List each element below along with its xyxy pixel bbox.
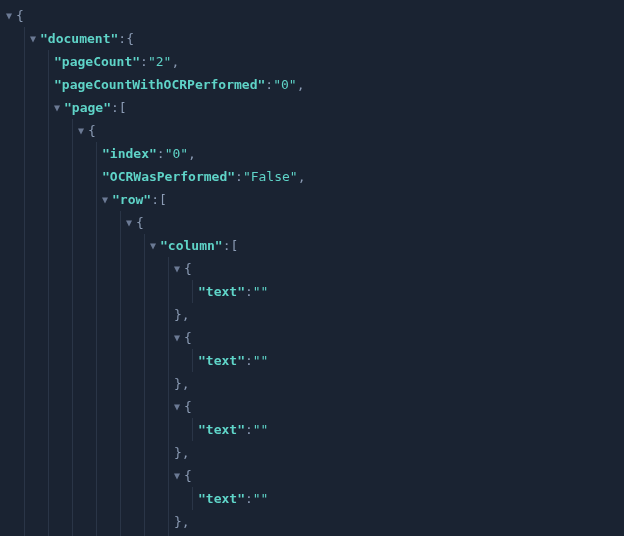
indent-guides [0, 418, 216, 441]
json-punct: : [245, 280, 253, 303]
indent-guides [0, 326, 192, 349]
json-value: "" [253, 487, 269, 510]
indent-guides [0, 257, 192, 280]
tree-row: ▼"document": { [0, 27, 624, 50]
tree-row: ▼"row": [ [0, 188, 624, 211]
json-punct: : [118, 27, 126, 50]
json-value: "" [253, 418, 269, 441]
indent-guides [0, 510, 192, 533]
json-punct: : [265, 73, 273, 96]
json-punct: : [151, 188, 159, 211]
indent-guides [0, 142, 120, 165]
tree-row: }, [0, 441, 624, 464]
indent-guides [0, 441, 192, 464]
json-punct: : [245, 487, 253, 510]
json-brace: [ [230, 234, 238, 257]
json-key: "document" [40, 27, 118, 50]
tree-row: ▼{ [0, 211, 624, 234]
tree-row: ▼{ [0, 326, 624, 349]
tree-row: "pageCountWithOCRPerformed": "0", [0, 73, 624, 96]
json-punct: : [157, 142, 165, 165]
tree-row: ▼{ [0, 257, 624, 280]
json-brace: { [126, 27, 134, 50]
indent-guides [0, 372, 192, 395]
tree-row: ▼{ [0, 4, 624, 27]
json-value: "" [253, 349, 269, 372]
json-key: "pageCountWithOCRPerformed" [54, 73, 265, 96]
json-punct: , [298, 165, 306, 188]
tree-row: }, [0, 372, 624, 395]
tree-row: ▼{ [0, 464, 624, 487]
indent-guides [0, 211, 144, 234]
json-brace: [ [119, 96, 127, 119]
indent-guides [0, 73, 72, 96]
tree-row: "index": "0", [0, 142, 624, 165]
indent-guides [0, 188, 120, 211]
tree-row: }, [0, 510, 624, 533]
json-punct: : [140, 50, 148, 73]
indent-guides [0, 119, 96, 142]
json-value: "0" [273, 73, 296, 96]
indent-guides [0, 395, 192, 418]
indent-guides [0, 303, 192, 326]
tree-row: }, [0, 303, 624, 326]
json-key: "column" [160, 234, 223, 257]
indent-guides [0, 464, 192, 487]
indent-guides [0, 27, 48, 50]
tree-row: "text": "" [0, 487, 624, 510]
indent-guides [0, 96, 72, 119]
json-brace: [ [159, 188, 167, 211]
json-punct: : [235, 165, 243, 188]
tree-row: "pageCount": "2", [0, 50, 624, 73]
tree-row: ▼"column": [ [0, 234, 624, 257]
tree-row: "text": "" [0, 349, 624, 372]
tree-row: ▼{ [0, 395, 624, 418]
json-tree-viewer: ▼{▼"document": {"pageCount": "2","pageCo… [0, 4, 624, 536]
tree-row: ▼"page": [ [0, 96, 624, 119]
json-punct: : [223, 234, 231, 257]
json-punct: : [245, 349, 253, 372]
indent-guides [0, 349, 216, 372]
tree-row: ▼{ [0, 119, 624, 142]
json-value: "" [253, 280, 269, 303]
indent-guides [0, 487, 216, 510]
json-punct: , [297, 73, 305, 96]
json-punct: , [171, 50, 179, 73]
json-punct: : [111, 96, 119, 119]
json-punct: , [188, 142, 196, 165]
json-key: "OCRWasPerformed" [102, 165, 235, 188]
json-value: "0" [165, 142, 188, 165]
json-value: "2" [148, 50, 171, 73]
json-punct: : [245, 418, 253, 441]
tree-row: "text": "" [0, 418, 624, 441]
indent-guides [0, 50, 72, 73]
indent-guides [0, 280, 216, 303]
indent-guides [0, 234, 168, 257]
indent-guides [0, 4, 24, 27]
tree-row: "text": "" [0, 280, 624, 303]
tree-row: "OCRWasPerformed": "False", [0, 165, 624, 188]
indent-guides [0, 165, 120, 188]
json-value: "False" [243, 165, 298, 188]
